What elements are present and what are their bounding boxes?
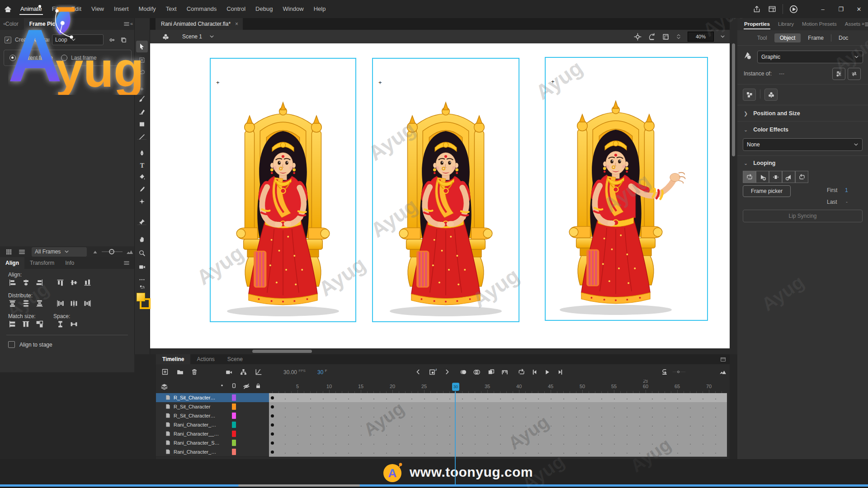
tab-transform[interactable]: Transform — [24, 257, 60, 269]
panel-expand-icon[interactable] — [720, 357, 726, 362]
share-icon[interactable] — [749, 0, 764, 18]
create-keyframe-checkbox[interactable]: ✓ — [5, 37, 11, 43]
panel-menu-icon[interactable] — [864, 21, 868, 28]
tab-motion-presets[interactable]: Motion Presets — [798, 18, 841, 30]
paint-bucket-tool[interactable] — [136, 171, 148, 183]
zoom-tool[interactable] — [136, 247, 148, 259]
rectangle-tool[interactable] — [136, 118, 148, 130]
next-keyframe-icon[interactable] — [440, 366, 454, 378]
dist-top-button[interactable] — [6, 298, 18, 309]
loop-reverse-loop-button[interactable] — [795, 171, 808, 183]
timeline-ruler[interactable]: 51015202535404550556065702s30 — [269, 380, 727, 393]
match-width-button[interactable] — [6, 319, 18, 329]
onion-skin-icon[interactable] — [456, 366, 470, 378]
brush-tool[interactable] — [136, 93, 148, 105]
layer-row[interactable]: R_Sit_Character — [156, 402, 269, 412]
tab-align[interactable]: Align — [0, 257, 24, 269]
center-stage-icon[interactable] — [634, 33, 642, 41]
home-icon[interactable] — [0, 5, 15, 13]
blocks-icon[interactable] — [743, 89, 756, 101]
timeline-zoom-slider[interactable] — [672, 366, 686, 378]
menu-commands[interactable]: Commands — [182, 0, 222, 18]
graph-editor-icon[interactable] — [251, 366, 265, 378]
keyframe-dot[interactable] — [271, 396, 274, 399]
playhead-line[interactable] — [455, 391, 456, 484]
current-frame-radio[interactable] — [9, 55, 16, 61]
layer-row[interactable]: Rani_Character_… — [156, 420, 269, 430]
layer-color-swatch[interactable] — [232, 413, 236, 419]
new-folder-icon[interactable] — [173, 366, 187, 378]
menu-debug[interactable]: Debug — [250, 0, 278, 18]
subtab-tool[interactable]: Tool — [752, 33, 773, 42]
prev-keyframe-icon[interactable] — [411, 366, 425, 378]
reset-timeline-zoom-icon[interactable] — [658, 366, 671, 378]
layer-row[interactable]: Rani_Character__… — [156, 429, 269, 439]
layer-name[interactable]: Rani_Character__… — [174, 431, 219, 436]
dist-right-button[interactable] — [81, 298, 93, 309]
menu-insert[interactable]: Insert — [109, 0, 134, 18]
dist-bottom-button[interactable] — [33, 298, 45, 309]
match-height-button[interactable] — [20, 319, 32, 329]
last-frame-radio[interactable] — [61, 55, 67, 61]
step-back-icon[interactable] — [528, 366, 541, 378]
dist-left-button[interactable] — [54, 298, 66, 309]
current-frame-value[interactable]: 30 F — [317, 369, 327, 375]
layer-frames-row[interactable] — [269, 393, 727, 403]
line-tool[interactable] — [136, 131, 148, 143]
duplicate-icon[interactable] — [120, 37, 127, 43]
last-value[interactable]: - — [846, 199, 848, 205]
camera-tool[interactable] — [136, 261, 148, 272]
clip-content-icon[interactable] — [662, 33, 670, 41]
edit-symbols-icon[interactable] — [162, 33, 170, 41]
menu-edit[interactable]: Edit — [66, 0, 86, 18]
highlight-dot-icon[interactable] — [219, 383, 225, 388]
first-value[interactable]: 1 — [845, 187, 848, 193]
scrollbar-thumb[interactable] — [732, 43, 735, 156]
menu-modify[interactable]: Modify — [134, 0, 161, 18]
loop-playback-icon[interactable] — [514, 366, 528, 378]
layer-name[interactable]: Rani_Character_S… — [174, 440, 220, 446]
layer-color-swatch[interactable] — [232, 449, 236, 455]
align-bottom-button[interactable] — [81, 277, 93, 288]
modify-markers-icon[interactable] — [498, 366, 511, 378]
symbol-type-dropdown[interactable]: Graphic — [757, 51, 863, 63]
vertical-scrollbar[interactable] — [730, 18, 737, 354]
subtab-frame[interactable]: Frame — [802, 33, 829, 42]
tab-scene[interactable]: Scene — [221, 354, 249, 364]
new-layer-icon[interactable] — [158, 366, 172, 378]
edit-multiple-frames-icon[interactable] — [484, 366, 498, 378]
menu-animate[interactable]: Animate — [15, 0, 47, 18]
layer-name[interactable]: R_Sit_Character — [174, 404, 210, 409]
play-icon[interactable] — [540, 366, 554, 378]
onion-outlines-icon[interactable] — [470, 366, 483, 378]
list-view-icon[interactable] — [19, 249, 25, 255]
layer-frames-row[interactable] — [269, 420, 727, 430]
layer-name[interactable]: R_Sit_Character… — [174, 413, 215, 418]
hand-tool[interactable] — [136, 234, 148, 245]
lip-syncing-button[interactable]: Lip Syncing — [743, 210, 863, 222]
loop-single-frame-button[interactable] — [769, 171, 782, 183]
collapse-tools-icon[interactable]: « — [130, 21, 133, 26]
delete-layer-icon[interactable] — [188, 366, 201, 378]
keyframe-dot[interactable] — [271, 450, 274, 454]
frames-pane[interactable]: 51015202535404550556065702s30 — [269, 380, 727, 459]
pin-tool[interactable] — [136, 216, 148, 228]
document-tab[interactable]: Rani Animated Character.fla* × — [156, 18, 243, 30]
horizontal-scrollbar[interactable] — [149, 348, 730, 354]
tab-library[interactable]: Library — [774, 18, 798, 30]
align-center-h-button[interactable] — [20, 277, 32, 288]
add-camera-icon[interactable] — [222, 366, 236, 378]
close-tab-icon[interactable]: × — [235, 21, 238, 27]
asset-warp-tool[interactable] — [136, 196, 148, 207]
layer-color-swatch[interactable] — [232, 394, 236, 401]
chevron-down-icon[interactable] — [209, 34, 214, 39]
tab-info[interactable]: Info — [60, 257, 80, 269]
tab-frame-picker[interactable]: Frame Picker — [24, 18, 69, 30]
align-top-button[interactable] — [54, 277, 66, 288]
panel-menu-icon[interactable] — [123, 21, 130, 27]
layer-row[interactable]: R_Sit_Character… — [156, 411, 269, 421]
pen-tool[interactable] — [136, 147, 148, 159]
layer-name[interactable]: Rani_Character_… — [174, 422, 216, 427]
align-right-button[interactable] — [33, 277, 45, 288]
align-left-button[interactable] — [6, 277, 18, 288]
